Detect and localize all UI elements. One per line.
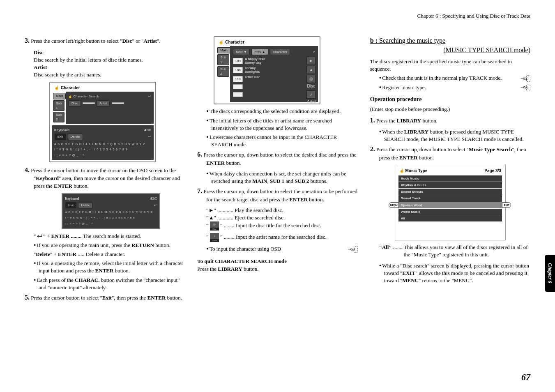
column-2: ☝ Character Main Sub 1 Sub 2 Next ▼ Prev… <box>197 36 357 305</box>
artist-heading: Artist <box>34 64 185 71</box>
artist-icon[interactable]: ♪Artist <box>306 90 315 99</box>
keyboard-label-2: Keyboard <box>65 196 79 201</box>
return-icon-2[interactable]: ↵ <box>148 134 151 139</box>
page-number: 67 <box>521 371 530 384</box>
abc-label: ABC <box>144 128 151 132</box>
num-113[interactable]: 113 <box>233 76 242 82</box>
num-blank-1[interactable] <box>233 84 243 89</box>
step-7: 7. Press the cursor up, down button to s… <box>197 187 357 203</box>
return-icon-3[interactable]: ↵ <box>154 203 157 208</box>
dialog-title-2: Character <box>225 39 244 45</box>
menu-button[interactable]: MENU <box>389 202 399 208</box>
step-4: 4. Press the cursor button to move the c… <box>25 166 185 190</box>
key-row-3[interactable]: : ; < = > ? @ _ ` ^ <box>54 153 151 157</box>
play-line: "►" ............ Play the searched disc. <box>206 207 357 214</box>
keyboard-dialog: Keyboard ABC Exit Delete ↵ A B C D E F G… <box>62 193 160 229</box>
header-chapter: Chapter 6 : Specifying and Using Disc or… <box>25 12 530 20</box>
content-columns: 3. Press the cursor left/right button to… <box>25 36 530 305</box>
bullet-return: If you are operating the main unit, pres… <box>39 242 185 249</box>
page-ref-69: 69 <box>354 246 358 253</box>
step-3-text-b: " or " <box>132 38 143 44</box>
bullet-register: Register music type. → 56 <box>384 84 530 91</box>
music-item-soundtrack[interactable]: Sound Track <box>398 195 502 201</box>
step-b2: 2. Press the cursor up, down button to s… <box>370 145 530 161</box>
step-4-keyboard: Keyboard <box>36 175 59 181</box>
step-6: 6. Press the cursor up, down button to s… <box>197 150 357 167</box>
section-b-heading: b : Searching the music type (MUSIC TYPE… <box>370 36 530 55</box>
disc-icon[interactable]: ◎Disc <box>306 75 315 83</box>
music-item-all[interactable]: All <box>398 215 502 221</box>
disc-button[interactable]: Disc <box>69 100 81 106</box>
next-button[interactable]: Next ▼ <box>233 49 250 55</box>
tab-main[interactable]: Main <box>53 93 66 99</box>
enter-stop-note: (Enter stop mode before proceeding.) <box>370 106 530 113</box>
exit-button-right[interactable]: EXIT <box>502 202 511 208</box>
column-1: 3. Press the cursor left/right button to… <box>25 36 185 305</box>
music-item-spoken[interactable]: Spoken Word <box>398 202 502 208</box>
key-row-1[interactable]: A B C D E F G H I J K L M N O P Q R S T … <box>54 142 151 146</box>
step-5: 5. Press the cursor button to select "Ex… <box>25 293 185 302</box>
bullet-lowercase: Lowercase characters cannot be input in … <box>211 134 357 148</box>
step-b1: 1. Press the LIBRARY button. <box>370 116 530 125</box>
delete-button-2[interactable]: Delete <box>78 202 92 208</box>
key-row-2[interactable]: ! " # $ % & ' ( ) * + , - . / 0 1 2 3 4 … <box>54 148 151 152</box>
step-3-text-a: Press the cursor left/right button to se… <box>31 38 122 44</box>
num-103[interactable]: 103 <box>233 58 242 64</box>
search-label: ☝ Character Search <box>68 94 99 99</box>
music-item-rnb[interactable]: Rhythm & Blues <box>398 182 502 188</box>
operation-procedure-heading: Operation procedure <box>370 95 530 104</box>
eject-line: "▲" ............ Eject the searched disc… <box>206 214 357 221</box>
return-icon-4[interactable]: ↵ <box>313 50 315 54</box>
return-icon[interactable]: ↵ <box>148 94 151 99</box>
quit-text: Press the LIBRARY button. <box>197 265 357 273</box>
tab-sub1-2[interactable]: Sub 1 <box>217 54 229 65</box>
tab-sub2-2[interactable]: Sub 2 <box>217 66 229 77</box>
column-3: b : Searching the music type (MUSIC TYPE… <box>370 36 530 305</box>
prev-button[interactable]: Prev ▲ <box>251 49 268 55</box>
num-blank-2[interactable] <box>233 92 243 97</box>
bullet-insensitive: The initial letters of disc titles or ar… <box>211 117 357 132</box>
artist-input-line: " ♪Artist " ........ Input the artist na… <box>206 233 357 242</box>
bullet-library-cancel: When the LIBRARY button is pressed durin… <box>384 128 530 143</box>
all-description: "All" ....... This allows you to view al… <box>379 244 530 258</box>
artist-button[interactable]: Artist <box>97 100 110 106</box>
abc-label-2: ABC <box>150 196 157 201</box>
delete-button[interactable]: Delete <box>68 134 83 140</box>
music-item-world[interactable]: World Music <box>398 209 502 215</box>
key-row-3b[interactable]: : ; < = > ? @ _ ` ^ <box>65 222 157 226</box>
quit-heading: To quit CHARACTER SEARCH mode <box>197 258 357 265</box>
step-3-disc: Disc <box>122 38 132 44</box>
delete-enter-line: "Delete" + ENTER ..... Delete a characte… <box>34 251 185 258</box>
tab-sub2[interactable]: Sub 2 <box>53 112 64 122</box>
exit-button[interactable]: Exit <box>55 134 66 140</box>
music-type-dialog: MENU EXIT ☝ Music Type Page 3/3 Rock Mus… <box>395 165 506 240</box>
play-icon[interactable]: ► <box>306 57 315 65</box>
key-row-1b[interactable]: A B C D E F G H I J K L M N O P Q R S T … <box>65 210 157 214</box>
dialog-title-row: ☝ Character <box>52 84 154 92</box>
step-5-num: 5. <box>25 294 30 301</box>
key-row-2b[interactable]: ! " # $ % & ' ( ) * + , - . / 0 1 2 3 4 … <box>65 216 157 220</box>
character-button[interactable]: Character <box>270 49 290 55</box>
music-page-label: Page 3/3 <box>484 168 501 174</box>
step-4-enter: ENTER <box>54 183 72 189</box>
num-108[interactable]: 108 <box>233 67 242 73</box>
bullet-charac: Each press of the CHARAC. button switche… <box>39 277 185 291</box>
chapter-side-tab: Chapter 6 <box>545 255 555 292</box>
song-108: ab waySunlights <box>245 66 260 74</box>
page-ref-32: 32 <box>526 75 530 82</box>
music-item-sfx[interactable]: Sound Effects <box>398 189 502 195</box>
tab-main-2[interactable]: Main <box>217 47 230 53</box>
artist-field[interactable] <box>112 102 124 104</box>
bullet-remote: If you a operating the remote, select th… <box>39 260 185 274</box>
disc-field[interactable] <box>83 102 95 104</box>
music-type-title: Music Type <box>405 168 428 173</box>
eject-icon[interactable]: ▲ <box>306 66 315 74</box>
song-113: artist star <box>245 75 260 83</box>
return-enter-line: "" + ENTER ........ The search mode is s… <box>34 233 185 240</box>
bullet-check-track: Check that the unit is in the normal pla… <box>384 74 530 82</box>
disc-input-line: " ◎Disc " ........ Input the disc title … <box>206 221 357 231</box>
tab-sub1[interactable]: Sub 1 <box>53 100 64 111</box>
exit-button-2[interactable]: Exit <box>65 202 76 208</box>
music-item-rock[interactable]: Rock Music <box>398 175 502 182</box>
return-arrow-icon <box>36 233 43 238</box>
